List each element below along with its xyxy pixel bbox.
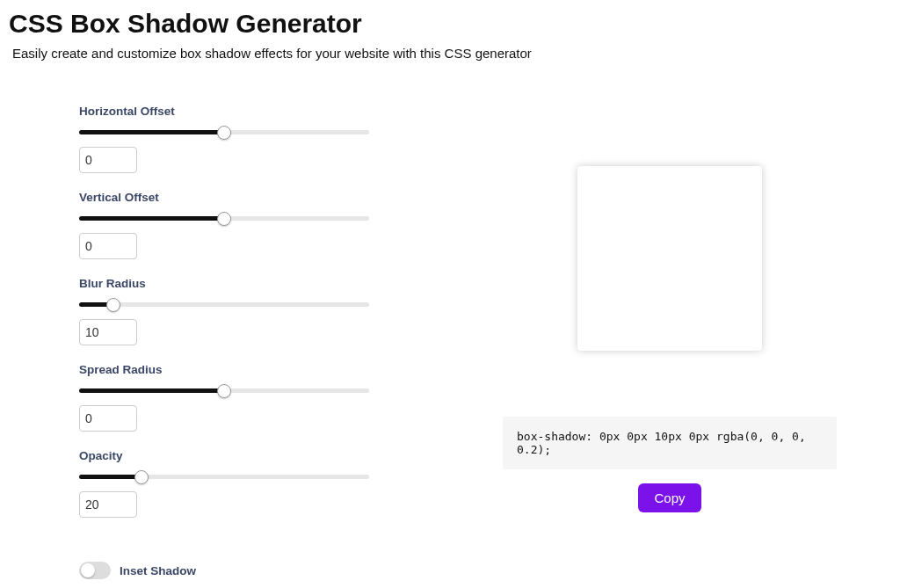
slider-spread-radius[interactable] [79,388,369,393]
label-horizontal-offset: Horizontal Offset [79,105,448,118]
stepper-blur-radius[interactable] [79,319,137,345]
label-spread-radius: Spread Radius [79,363,448,376]
slider-vertical-offset[interactable] [79,216,369,221]
page-title: CSS Box Shadow Generator [9,9,891,39]
shadow-preview-box [577,166,762,351]
control-horizontal-offset: Horizontal Offset [79,105,448,173]
controls-panel: Horizontal Offset Vertical Offset Blur R… [9,105,448,579]
toggle-knob [81,563,95,577]
stepper-opacity[interactable] [79,491,137,518]
control-opacity: Opacity [79,449,448,518]
css-output: box-shadow: 0px 0px 10px 0px rgba(0, 0, … [503,417,837,469]
label-blur-radius: Blur Radius [79,277,448,290]
slider-blur-radius[interactable] [79,302,369,307]
slider-opacity[interactable] [79,475,369,479]
slider-horizontal-offset[interactable] [79,130,369,134]
stepper-vertical-offset[interactable] [79,233,137,259]
control-spread-radius: Spread Radius [79,363,448,432]
copy-button[interactable]: Copy [638,483,700,512]
label-inset-shadow: Inset Shadow [120,564,196,577]
stepper-horizontal-offset[interactable] [79,147,137,173]
label-vertical-offset: Vertical Offset [79,191,448,204]
toggle-inset-shadow[interactable] [79,562,111,579]
control-vertical-offset: Vertical Offset [79,191,448,259]
page-subtitle: Easily create and customize box shadow e… [12,46,891,61]
stepper-spread-radius[interactable] [79,405,137,432]
control-inset-shadow: Inset Shadow [79,562,448,579]
label-opacity: Opacity [79,449,448,462]
preview-panel: box-shadow: 0px 0px 10px 0px rgba(0, 0, … [448,105,891,512]
control-blur-radius: Blur Radius [79,277,448,345]
